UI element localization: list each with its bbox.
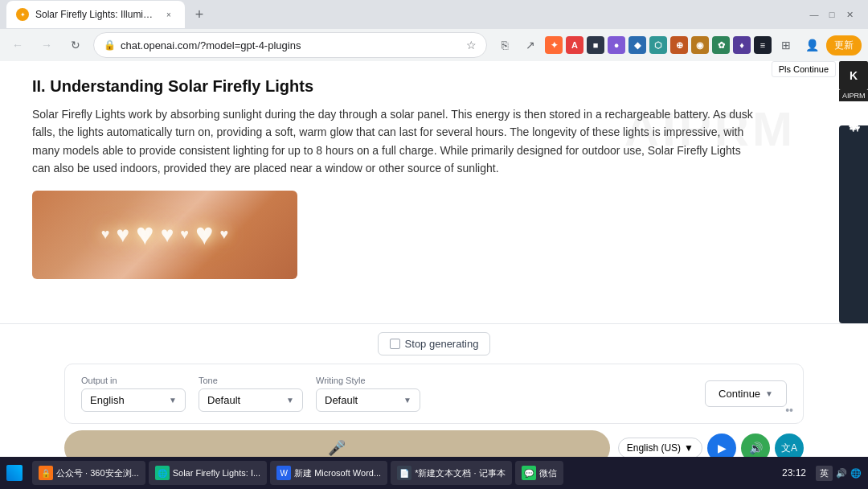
writing-style-select[interactable]: Default ▼ xyxy=(316,388,420,412)
back-button[interactable]: ← xyxy=(6,34,29,56)
aiprm-panel-label: 快捷指令 xyxy=(846,138,861,142)
ext-icon-6[interactable]: ⬡ xyxy=(649,36,667,54)
full-page: ✦ Solar Firefly Lights: Illuminatin... ×… xyxy=(0,0,868,489)
stop-generating-button[interactable]: Stop generating xyxy=(378,332,491,355)
continue-chevron: ▼ xyxy=(765,389,773,398)
lang-value: English (US) xyxy=(627,442,681,454)
ext-icon-11[interactable]: ≡ xyxy=(754,36,772,54)
active-tab[interactable]: ✦ Solar Firefly Lights: Illuminatin... × xyxy=(6,1,185,28)
section-heading: II. Understanding Solar Firefly Lights xyxy=(32,77,796,96)
reload-button[interactable]: ↻ xyxy=(64,34,87,56)
taskbar-time-value: 23:12 xyxy=(782,467,806,479)
aiprm-controls: Output in English ▼ Tone Default ▼ xyxy=(64,364,804,424)
profile-icon[interactable]: 👤 xyxy=(800,34,823,56)
article-body: Solar Firefly Lights work by absorbing s… xyxy=(32,105,755,178)
extensions-menu[interactable]: ⊞ xyxy=(775,34,797,56)
taskbar-clock: 23:12 xyxy=(782,467,813,479)
taskbar-item-2[interactable]: 🌐 Solar Firefly Lights: I... xyxy=(149,461,267,485)
tone-group: Tone Default ▼ xyxy=(199,376,303,412)
heart-5: ♥ xyxy=(180,226,189,243)
mic-icon: 🎤 xyxy=(328,439,346,457)
taskbar-label-5: 微信 xyxy=(539,467,557,479)
heart-3: ♥ xyxy=(136,217,154,252)
address-bar[interactable]: 🔒 chat.openai.com/?model=gpt-4-plugins ☆ xyxy=(93,32,487,58)
output-chevron: ▼ xyxy=(169,396,177,405)
lock-icon: 🔒 xyxy=(104,39,116,51)
language-select[interactable]: English (US) ▼ xyxy=(618,438,702,458)
start-area xyxy=(6,465,23,481)
ext-icon-8[interactable]: ◉ xyxy=(691,36,709,54)
maximize-button[interactable]: □ xyxy=(826,9,837,20)
kp-panel: K AIPRM xyxy=(839,61,868,101)
kp-badge[interactable]: K xyxy=(839,61,868,90)
taskbar-label-4: *新建文本文档 · 记事本 xyxy=(415,467,505,479)
output-label: Output in xyxy=(81,376,186,385)
stop-bar: Stop generating xyxy=(0,323,868,364)
stop-checkbox xyxy=(390,339,400,349)
dots-menu[interactable]: •• xyxy=(785,404,793,417)
volume-icon[interactable]: 🔊 xyxy=(836,468,847,479)
writing-style-value: Default xyxy=(325,394,358,406)
system-icons: 英 🔊 🌐 xyxy=(816,466,862,481)
minimize-button[interactable]: — xyxy=(809,9,820,20)
aiprm-quick-panel[interactable]: 快捷指令 xyxy=(839,125,868,323)
close-window-button[interactable]: ✕ xyxy=(844,9,855,20)
taskbar-label-3: 新建 Microsoft Word... xyxy=(294,467,381,479)
ext-icon-3[interactable]: ■ xyxy=(587,36,604,54)
taskbar-icon-1: 🔒 xyxy=(39,466,53,480)
taskbar-label-2: Solar Firefly Lights: I... xyxy=(173,468,260,478)
tab-favicon: ✦ xyxy=(16,8,29,21)
article-image: ♥ ♥ ♥ ♥ ♥ ♥ ♥ xyxy=(32,191,297,279)
toolbar-icons: ⎘ ↗ ✦ A ■ ● ◆ ⬡ ⊕ ◉ ✿ ♦ ≡ ⊞ 👤 更新 xyxy=(493,34,862,56)
window-controls: — □ ✕ xyxy=(809,9,862,20)
taskbar-icon-3: W xyxy=(276,466,291,480)
taskbar-label-1: 公众号 · 360安全浏... xyxy=(56,467,139,479)
ext-icon-9[interactable]: ✿ xyxy=(712,36,730,54)
taskbar-icon-2: 🌐 xyxy=(155,466,170,480)
share-icon[interactable]: ↗ xyxy=(519,34,542,56)
continue-label: Continue xyxy=(719,388,760,400)
tone-select[interactable]: Default ▼ xyxy=(199,388,303,412)
writing-style-label: Writing Style xyxy=(316,376,420,385)
forward-button[interactable]: → xyxy=(35,34,58,56)
writing-style-chevron: ▼ xyxy=(403,396,411,405)
aiprm-badge[interactable]: AIPRM xyxy=(839,90,868,101)
network-icon[interactable]: 🌐 xyxy=(850,468,862,479)
taskbar-item-5[interactable]: 💬 微信 xyxy=(515,461,563,485)
ext-icon-7[interactable]: ⊕ xyxy=(670,36,688,54)
taskbar-item-4[interactable]: 📄 *新建文本文档 · 记事本 xyxy=(391,461,511,485)
ext-icon-1[interactable]: ✦ xyxy=(545,36,563,54)
ext-icon-10[interactable]: ♦ xyxy=(733,36,751,54)
lang-indicator[interactable]: 英 xyxy=(816,466,833,481)
new-tab-button[interactable]: + xyxy=(188,3,211,26)
taskbar-icon-4: 📄 xyxy=(397,466,411,480)
continue-button[interactable]: Continue ▼ xyxy=(705,380,787,407)
tab-bar: ✦ Solar Firefly Lights: Illuminatin... ×… xyxy=(0,0,868,29)
heart-6: ♥ xyxy=(195,217,214,252)
image-hearts: ♥ ♥ ♥ ♥ ♥ ♥ ♥ xyxy=(32,191,297,279)
right-panel: K AIPRM Pls Continue ↓ 快捷指令 xyxy=(828,61,868,323)
output-select[interactable]: English ▼ xyxy=(81,388,186,412)
stop-label: Stop generating xyxy=(405,338,479,350)
ext-icon-4[interactable]: ● xyxy=(608,36,625,54)
pls-continue-badge[interactable]: Pls Continue xyxy=(772,61,836,77)
start-button[interactable] xyxy=(6,465,23,481)
ext-icon-aiprm[interactable]: A xyxy=(566,36,583,54)
tab-title: Solar Firefly Lights: Illuminatin... xyxy=(35,9,156,20)
tone-value: Default xyxy=(207,394,240,406)
cast-icon[interactable]: ⎘ xyxy=(493,34,516,56)
lang-chevron: ▼ xyxy=(684,442,694,454)
taskbar-item-1[interactable]: 🔒 公众号 · 360安全浏... xyxy=(32,461,145,485)
output-group: Output in English ▼ xyxy=(81,376,186,412)
heart-4: ♥ xyxy=(161,222,174,248)
controls-row: Output in English ▼ Tone Default ▼ xyxy=(81,376,787,412)
heart-2: ♥ xyxy=(116,222,129,248)
heart-7: ♥ xyxy=(220,226,229,243)
star-icon[interactable]: ☆ xyxy=(466,39,477,51)
tab-close-button[interactable]: × xyxy=(162,8,175,21)
taskbar: 🔒 公众号 · 360安全浏... 🌐 Solar Firefly Lights… xyxy=(0,457,868,489)
article-content: AIPRM II. Understanding Solar Firefly Li… xyxy=(0,61,828,323)
ext-icon-5[interactable]: ◆ xyxy=(628,36,646,54)
taskbar-item-3[interactable]: W 新建 Microsoft Word... xyxy=(270,461,387,485)
update-button[interactable]: 更新 xyxy=(826,35,862,55)
